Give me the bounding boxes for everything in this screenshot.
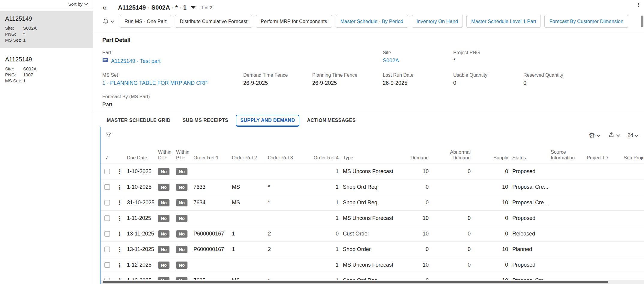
action-button[interactable]: Distribute Cumulative Forecast (175, 15, 252, 28)
col-header-project_id[interactable]: Project ID (587, 155, 624, 161)
table-row[interactable]: ⋮1-10-2025NoNo1MS Uncons Forecast1000Pro… (100, 164, 644, 179)
title-dropdown-icon[interactable] (191, 6, 196, 9)
row-checkbox[interactable] (104, 200, 110, 206)
row-kebab-icon[interactable]: ⋮ (117, 262, 123, 269)
sidebar-part-card[interactable]: A1125149Site:S002APNG:1007MS Set:1 (0, 52, 93, 89)
row-kebab-icon[interactable]: ⋮ (117, 199, 123, 206)
col-header-type[interactable]: Type (343, 155, 401, 161)
horizontal-scrollbar-thumb[interactable] (103, 281, 608, 283)
check-icon: ✓ (105, 155, 109, 161)
sort-by-control[interactable]: Sort by (0, 0, 93, 8)
col-header-order_ref_2[interactable]: Order Ref 2 (232, 155, 268, 161)
col-header-sub_project[interactable]: Sub Proje (624, 155, 644, 161)
cell-due_date: 31-10-2025 (126, 200, 158, 206)
cell-order_ref_4: 1 (304, 246, 343, 253)
tab-master-schedule-grid[interactable]: MASTER SCHEDULE GRID (102, 115, 175, 127)
flag-chip: No (158, 262, 169, 269)
table-row[interactable]: ⋮1-12-2025NoNo1MS Uncons Forecast1000Pro… (100, 257, 644, 273)
field-last-run-date: Last Run Date 26-9-2025 (383, 72, 453, 86)
notifications-control[interactable] (102, 18, 114, 25)
export-control[interactable] (608, 132, 619, 140)
row-checkbox[interactable] (104, 247, 110, 252)
field-label: Planning Time Fence (312, 72, 383, 78)
field-label: Project PNG (453, 50, 523, 55)
field-usable-quantity: Usable Quantity 0 (453, 72, 523, 86)
row-kebab-icon[interactable]: ⋮ (117, 184, 123, 191)
tab-supply-and-demand[interactable]: SUPPLY AND DEMAND (236, 115, 299, 127)
action-button[interactable]: Perform MRP for Components (256, 15, 332, 28)
part-detail-grid: Part A1125149 - Test part Site S002A Pro… (102, 50, 635, 111)
cell-within_dtf: No (158, 184, 176, 191)
collapse-panel-icon[interactable]: « (102, 4, 106, 11)
ms-set-link[interactable]: 1 - PLANNING TABLE FOR MRP AND CRP (102, 80, 208, 86)
row-kebab-icon[interactable]: ⋮ (117, 246, 123, 253)
site-link[interactable]: S002A (383, 58, 399, 64)
col-header-within_ptf[interactable]: Within PTF (176, 149, 193, 161)
row-kebab-icon[interactable]: ⋮ (117, 230, 123, 238)
table-row[interactable]: ⋮13-11-2025NoNoP600000167120Cust Order10… (100, 226, 644, 242)
table-row[interactable]: ⋮1-10-2025NoNo7633MS*1Shop Ord Req010Pro… (100, 179, 644, 195)
cell-within_ptf: No (176, 199, 193, 206)
tab-sub-ms-receipts[interactable]: SUB MS RECEIPTS (178, 115, 233, 127)
cell-demand: 10 (401, 262, 433, 268)
cell-order_ref_2: 1 (232, 246, 268, 253)
col-header-status[interactable]: Status (512, 155, 551, 161)
cell-demand: 10 (401, 168, 433, 175)
row-checkbox[interactable] (104, 215, 110, 221)
col-header-order_ref_4[interactable]: Order Ref 4 (304, 155, 343, 161)
col-header-demand[interactable]: Demand (401, 155, 433, 161)
window-kebab-icon[interactable]: ⋮ (636, 1, 642, 8)
cell-due_date: 1-10-2025 (126, 184, 158, 190)
supply-demand-grid-panel: ⚙ 24 ✓Due DateWithin DTFWithin PTFOrder (100, 127, 644, 284)
related-link-button[interactable]: Forecast By Customer Dimension (544, 15, 628, 28)
main-content: « A1125149 - S002A - * - 1 1 of 2 Run MS… (93, 0, 644, 284)
field-value: 26-9-2025 (383, 80, 453, 86)
tab-action-messages[interactable]: ACTION MESSAGES (302, 115, 360, 127)
field-label: Reserved Quantity (523, 72, 635, 78)
row-checkbox[interactable] (104, 169, 110, 174)
col-header-order_ref_1[interactable]: Order Ref 1 (193, 155, 232, 161)
col-header-within_dtf[interactable]: Within DTF (158, 149, 176, 161)
grid-settings-control[interactable]: ⚙ (589, 132, 600, 139)
field-label: Demand Time Fence (243, 72, 312, 78)
col-header-abnormal_demand[interactable]: Abnormal Demand (433, 149, 475, 161)
sidebar-part-card[interactable]: A1125149Site:S002APNG:*MS Set:1 (0, 11, 93, 48)
field-value: 0 (523, 80, 635, 86)
cell-within_ptf: No (176, 230, 193, 238)
col-header-source_information[interactable]: Source Information (551, 149, 587, 161)
row-kebab-icon[interactable]: ⋮ (117, 168, 123, 175)
horizontal-scrollbar[interactable] (100, 280, 644, 284)
cell-menu: ⋮ (114, 215, 126, 222)
chevron-down-icon (616, 133, 620, 137)
vertical-scrollbar-thumb[interactable] (641, 16, 643, 27)
col-header-order_ref_3[interactable]: Order Ref 3 (268, 155, 304, 161)
related-link-button[interactable]: Master Schedule - By Period (336, 15, 408, 28)
cell-supply: 0 (475, 262, 512, 268)
table-row[interactable]: ⋮13-11-2025NoNoP600000167121Shop Order00… (100, 242, 644, 257)
related-link-button[interactable]: Inventory On Hand (412, 15, 463, 28)
col-header-supply[interactable]: Supply (475, 155, 512, 161)
table-row[interactable]: ⋮1-11-2025NoNo1MS Uncons Forecast1000Pro… (100, 211, 644, 226)
action-button[interactable]: Run MS - One Part (120, 15, 171, 28)
page-title: A1125149 - S002A - * - 1 (118, 4, 187, 11)
cell-within_dtf: No (158, 230, 176, 238)
row-checkbox[interactable] (104, 184, 110, 190)
select-all-header[interactable]: ✓ (100, 155, 114, 161)
related-link-button[interactable]: Master Schedule Level 1 Part (466, 15, 541, 28)
cell-due_date: 1-10-2025 (126, 168, 158, 175)
row-checkbox[interactable] (104, 231, 110, 237)
field-project-png: Project PNG * (453, 50, 523, 65)
row-kebab-icon[interactable]: ⋮ (117, 215, 123, 222)
field-label: Usable Quantity (453, 72, 523, 78)
flag-chip: No (158, 215, 169, 222)
table-row[interactable]: ⋮31-10-2025NoNo7634MS*1Shop Ord Req010Pr… (100, 195, 644, 211)
cell-order_ref_1: 7633 (193, 184, 232, 190)
part-link[interactable]: A1125149 - Test part (111, 58, 160, 64)
cell-select (100, 169, 114, 174)
col-header-due_date[interactable]: Due Date (126, 155, 158, 161)
section-title: Part Detail (102, 37, 635, 43)
cell-supply: 10 (475, 200, 512, 206)
page-size-control[interactable]: 24 (628, 132, 638, 138)
row-checkbox[interactable] (104, 262, 110, 268)
filter-icon[interactable] (105, 132, 112, 140)
